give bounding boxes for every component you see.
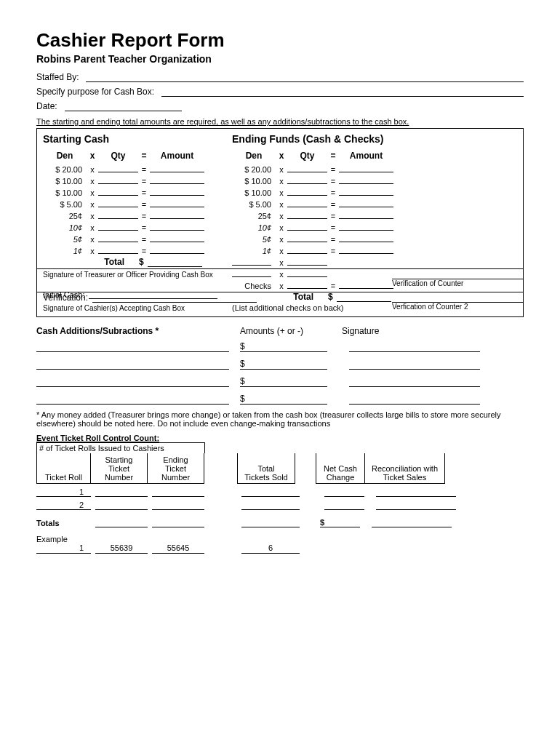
roll-input[interactable] bbox=[376, 500, 456, 510]
roll-h5: Net CashChange bbox=[316, 453, 365, 484]
den-value: $ 10.00 bbox=[232, 188, 276, 197]
event-title: Event Ticket Roll Control Count: bbox=[36, 434, 524, 442]
add-sig-input[interactable] bbox=[349, 404, 480, 405]
den-value: $ 5.00 bbox=[232, 200, 276, 209]
amt-header: Amount bbox=[150, 151, 204, 161]
amt-input[interactable] bbox=[339, 245, 393, 254]
ex-end: 55645 bbox=[152, 543, 204, 554]
add-desc-input[interactable] bbox=[36, 386, 229, 387]
amt-input[interactable] bbox=[150, 245, 204, 254]
amt-input[interactable] bbox=[150, 175, 204, 184]
amt-input[interactable] bbox=[339, 175, 393, 184]
amt-input[interactable] bbox=[150, 187, 204, 196]
roll-input[interactable] bbox=[324, 487, 364, 497]
eq-header: = bbox=[327, 151, 339, 161]
add-sig-input[interactable] bbox=[349, 351, 480, 352]
amt-input[interactable] bbox=[339, 199, 393, 207]
required-note: The starting and ending total amounts ar… bbox=[36, 117, 524, 126]
x-header: x bbox=[87, 151, 98, 161]
add-sig-input[interactable] bbox=[349, 369, 480, 370]
qty-input[interactable] bbox=[98, 164, 138, 172]
amt-input[interactable] bbox=[150, 199, 204, 207]
amt-input[interactable] bbox=[339, 164, 393, 172]
date-input[interactable] bbox=[65, 101, 182, 111]
qty-input[interactable] bbox=[287, 245, 327, 254]
staffed-by-input[interactable] bbox=[86, 72, 524, 82]
qty-input[interactable] bbox=[98, 187, 138, 196]
roll-total-input[interactable] bbox=[241, 517, 300, 527]
qty-input[interactable] bbox=[287, 210, 327, 219]
qty-input[interactable] bbox=[287, 234, 327, 242]
roll-total-input[interactable] bbox=[95, 517, 148, 527]
qty-input[interactable] bbox=[98, 234, 138, 242]
adds-title: Cash Additions/Subractions * bbox=[36, 326, 240, 336]
den-value: 1¢ bbox=[43, 247, 87, 255]
purpose-input[interactable] bbox=[161, 87, 524, 97]
amt-input[interactable] bbox=[339, 222, 393, 231]
qty-input[interactable] bbox=[287, 257, 327, 266]
add-amount-input[interactable] bbox=[247, 369, 327, 370]
qty-input[interactable] bbox=[98, 222, 138, 231]
page-subtitle: Robins Parent Teacher Organization bbox=[36, 53, 524, 65]
qty-header: Qty bbox=[287, 151, 327, 161]
qty-input[interactable] bbox=[287, 199, 327, 207]
verification-input[interactable] bbox=[92, 292, 257, 303]
ex-roll: 1 bbox=[36, 543, 91, 554]
cashier-caption: Signature of Cashier(s) Accepting Cash B… bbox=[43, 304, 257, 312]
amt-input[interactable] bbox=[150, 164, 204, 172]
verification-counter2-caption: Verfication of Counter 2 bbox=[392, 303, 523, 311]
qty-input[interactable] bbox=[98, 199, 138, 207]
add-amount-input[interactable] bbox=[247, 404, 327, 405]
amt-input[interactable] bbox=[150, 234, 204, 242]
add-amount-input[interactable] bbox=[247, 351, 327, 352]
verification-label: Verification: bbox=[43, 292, 88, 303]
amt-input[interactable] bbox=[150, 222, 204, 231]
roll-input[interactable] bbox=[152, 487, 204, 497]
add-sig-input[interactable] bbox=[349, 386, 480, 387]
qty-input[interactable] bbox=[287, 175, 327, 184]
qty-input[interactable] bbox=[98, 210, 138, 219]
roll-total-input[interactable] bbox=[152, 517, 204, 527]
roll-1: 1 bbox=[36, 487, 91, 497]
amt-input[interactable] bbox=[150, 210, 204, 219]
roll-input[interactable] bbox=[241, 487, 300, 497]
den-value: $ 10.00 bbox=[43, 177, 87, 186]
qty-input[interactable] bbox=[287, 164, 327, 172]
roll-input[interactable] bbox=[324, 500, 364, 510]
den-header: Den bbox=[232, 151, 276, 161]
roll-input[interactable] bbox=[241, 500, 300, 510]
qty-input[interactable] bbox=[287, 222, 327, 231]
add-desc-input[interactable] bbox=[36, 351, 229, 352]
verification-counter2-input[interactable] bbox=[392, 292, 523, 303]
x-header: x bbox=[276, 151, 287, 161]
purpose-label: Specify purpose for Cash Box: bbox=[36, 87, 154, 97]
roll-total-input[interactable] bbox=[327, 517, 360, 527]
page-title: Cashier Report Form bbox=[36, 29, 524, 52]
roll-h2: StartingTicketNumber bbox=[91, 453, 148, 484]
add-desc-input[interactable] bbox=[36, 404, 229, 405]
verification-counter-input[interactable] bbox=[392, 269, 523, 279]
den-value: $ 5.00 bbox=[43, 200, 87, 209]
den-header: Den bbox=[43, 151, 87, 161]
qty-input[interactable] bbox=[287, 187, 327, 196]
qty-input[interactable] bbox=[98, 245, 138, 254]
treasurer-caption: Signature of Treasurer or Officer Provid… bbox=[37, 269, 263, 280]
starting-total-input[interactable] bbox=[148, 258, 202, 267]
amt-input[interactable] bbox=[339, 210, 393, 219]
roll-input[interactable] bbox=[376, 487, 456, 497]
extra-den-input[interactable] bbox=[232, 257, 271, 266]
roll-input[interactable] bbox=[95, 500, 148, 510]
amt-input[interactable] bbox=[339, 234, 393, 242]
roll-input[interactable] bbox=[152, 500, 204, 510]
qty-input[interactable] bbox=[98, 175, 138, 184]
den-value: 25¢ bbox=[232, 212, 276, 220]
add-desc-input[interactable] bbox=[36, 369, 229, 370]
adds-footnote: * Any money added (Treasurer brings more… bbox=[36, 410, 524, 428]
den-value: 10¢ bbox=[43, 223, 87, 232]
roll-h4: TotalTickets Sold bbox=[237, 453, 295, 484]
amt-header: Amount bbox=[339, 151, 393, 161]
amt-input[interactable] bbox=[339, 187, 393, 196]
roll-total-input[interactable] bbox=[372, 517, 452, 527]
roll-input[interactable] bbox=[95, 487, 148, 497]
add-amount-input[interactable] bbox=[247, 386, 327, 387]
